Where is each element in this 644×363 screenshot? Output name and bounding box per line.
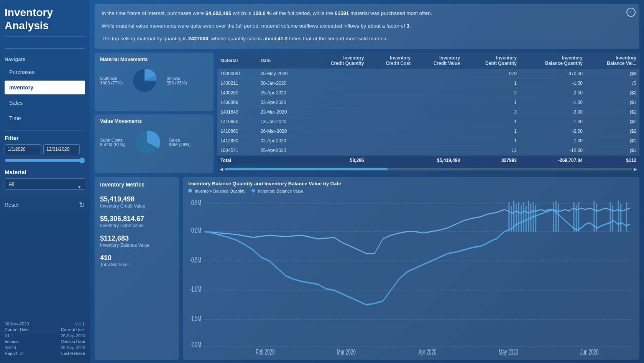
date-range-slider[interactable] — [5, 157, 85, 163]
table-cell — [367, 97, 414, 107]
nav-time[interactable]: Time — [5, 111, 85, 125]
svg-rect-43 — [626, 202, 627, 231]
table-cell: 1400309 — [217, 97, 258, 107]
table-cell: ($1 — [586, 107, 639, 117]
app-title: InventoryAnalysis — [5, 6, 85, 37]
table-cell — [367, 126, 414, 136]
scroll-left-icon[interactable]: ◀ — [220, 167, 223, 172]
table-scrollbar[interactable]: ◀ ▶ — [217, 165, 639, 173]
svg-text:Apr 2020: Apr 2020 — [418, 348, 436, 356]
sales-label: Sales $5M (49%) — [169, 138, 191, 147]
table-cell — [367, 88, 414, 97]
table-cell: ($1 — [586, 97, 639, 107]
table-cell: 23-Mar-2020 — [258, 107, 308, 117]
date-start-input[interactable] — [5, 144, 41, 154]
nav-purchases[interactable]: Purchases — [5, 65, 85, 79]
table-cell: 1 — [463, 117, 520, 126]
inflows-value: 555 (23%) — [166, 81, 187, 85]
material-movements-title: Material Movements — [100, 56, 208, 62]
inflows-label: Inflows — [166, 76, 180, 81]
legend-quantity-dot — [188, 189, 192, 193]
sidebar-footer: 26-Nov-2020 NULL Current Date Current Us… — [5, 322, 85, 357]
filter-label: Filter — [5, 135, 85, 141]
reset-label: Reset — [5, 202, 19, 208]
date-end-input[interactable] — [43, 144, 80, 154]
nav-inventory[interactable]: Inventory — [5, 81, 85, 94]
svg-rect-20 — [511, 206, 512, 231]
svg-rect-28 — [530, 204, 531, 232]
metrics-title: Inventory Metrics — [100, 182, 174, 188]
table-cell: 10000091 — [217, 69, 258, 78]
col-ibv: InventoryBalance Val... — [586, 53, 639, 69]
table-cell — [308, 97, 367, 107]
table-cell — [308, 145, 367, 155]
table-wrapper[interactable]: Material Date InventoryCredit Quantity I… — [217, 53, 639, 165]
svg-rect-27 — [528, 201, 529, 231]
infobox-top-material: 2427000 — [188, 36, 209, 41]
table-row: 141086013-Jan-20201-1.00($1 — [217, 117, 639, 126]
table-cell: ($1 — [586, 145, 639, 155]
svg-rect-41 — [618, 201, 619, 231]
line-chart-panel: Inventory Balance Quantity and Inventory… — [183, 177, 639, 360]
metric-credit-value-label: Inventory Credit Value — [100, 203, 174, 209]
table-cell — [414, 126, 463, 136]
col-material: Material — [217, 53, 258, 69]
reset-icon[interactable]: ↺ — [79, 200, 85, 210]
value-movements-pie-row: Sunk Costs 5.42M (51%) Sales $5M (49%) — [100, 127, 208, 158]
table-cell: 05-May-2020 — [258, 69, 308, 78]
svg-text:-0.5M: -0.5M — [190, 255, 201, 264]
table-cell: 13-Jan-2020 — [258, 117, 308, 126]
infobox-line3-pre: The top selling material by quantity is — [102, 36, 188, 41]
sales-value: $5M (49%) — [169, 142, 191, 147]
table-cell — [367, 107, 414, 117]
inventory-table: Material Date InventoryCredit Quantity I… — [217, 53, 639, 165]
material-outflows-label: Outflows 1863 (77%) — [100, 76, 123, 85]
legend-quantity: Inventory Balance Quantity — [188, 189, 245, 193]
info-icon[interactable]: i — [626, 8, 636, 17]
table-cell — [414, 136, 463, 145]
table-cell — [367, 78, 414, 88]
sunk-label: Sunk Costs — [100, 138, 123, 142]
nav-sales[interactable]: Sales — [5, 96, 85, 110]
svg-text:Mar 2020: Mar 2020 — [337, 348, 356, 356]
table-row: 1000009105-May-2020970-970.00($9 — [217, 69, 639, 78]
outflows-label: Outflows — [100, 76, 117, 81]
table-cell: 02-Apr-2020 — [258, 136, 308, 145]
table-body: 1000009105-May-2020970-970.00($914002110… — [217, 69, 639, 155]
table-cell — [308, 117, 367, 126]
infobox-times: 41.2 — [278, 36, 288, 41]
table-cell — [414, 145, 463, 155]
sunk-costs-label: Sunk Costs 5.42M (51%) — [100, 138, 125, 147]
table-row: 140021108-Jan-20201-1.00($ — [217, 78, 639, 88]
table-cell: ($2 — [586, 126, 639, 136]
table-row: 140026025-Apr-20202-2.00($2 — [217, 88, 639, 97]
table-cell: -1.00 — [520, 78, 586, 88]
infobox-factor: 3 — [406, 23, 409, 29]
svg-rect-24 — [521, 205, 522, 232]
table-cell: -3.00 — [520, 107, 586, 117]
metric-credit-value: $5,419,498 Inventory Credit Value — [100, 195, 174, 209]
table-cell — [308, 78, 367, 88]
material-select[interactable]: All — [5, 178, 85, 190]
footer-date — [258, 155, 308, 165]
current-user-key: Current User — [61, 327, 85, 332]
line-chart-svg: 0.5M 0.0M -0.5M -1.0M -1.5M -2.0M Feb 20… — [188, 195, 634, 356]
table-cell: 02-Apr-2020 — [258, 97, 308, 107]
svg-rect-31 — [553, 202, 554, 231]
svg-rect-29 — [533, 202, 534, 231]
table-cell — [414, 107, 463, 117]
table-cell: 1 — [463, 97, 520, 107]
svg-rect-39 — [610, 202, 611, 231]
footer-total: Total — [217, 155, 258, 165]
legend-value-label: Inventory Balance Value — [258, 189, 303, 193]
svg-rect-35 — [576, 205, 577, 232]
table-cell — [414, 69, 463, 78]
metric-debit-value-num: $5,306,814.67 — [100, 215, 174, 223]
svg-rect-32 — [555, 201, 557, 231]
table-cell: 25-Apr-2020 — [258, 88, 308, 97]
svg-text:May 2020: May 2020 — [499, 348, 518, 356]
infobox-line3-mid: , whose quantity sold is about — [208, 36, 278, 41]
table-cell: 1 — [463, 136, 520, 145]
scroll-right-icon[interactable]: ▶ — [634, 167, 637, 172]
version-date-key: Version Date — [61, 339, 85, 344]
